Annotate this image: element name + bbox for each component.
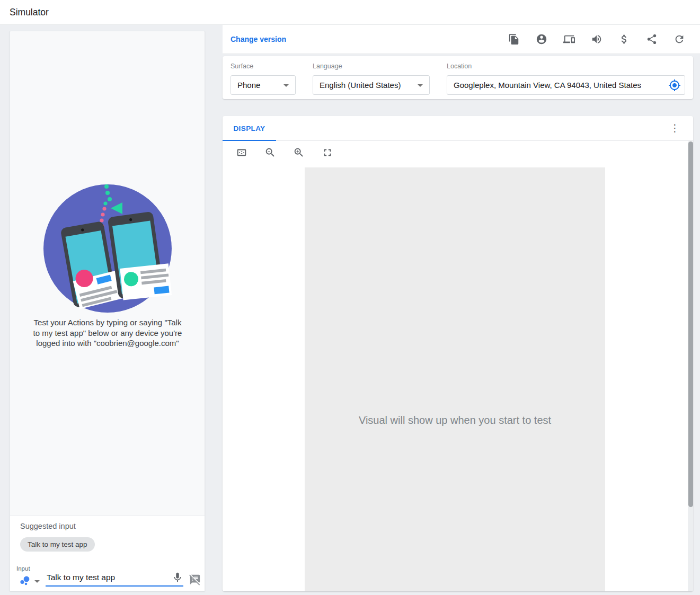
phones-illustration bbox=[38, 173, 177, 332]
caption-line: to my test app" below or any device you'… bbox=[23, 328, 192, 339]
language-value: English (United States) bbox=[320, 81, 401, 90]
language-select[interactable]: English (United States) bbox=[313, 75, 430, 95]
visual-placeholder-text: Visual will show up when you start to te… bbox=[305, 414, 605, 427]
share-icon[interactable] bbox=[646, 33, 658, 45]
location-input[interactable]: Googleplex, Mountain View, CA 94043, Uni… bbox=[447, 75, 685, 95]
more-vertical-icon[interactable]: ⋮ bbox=[670, 122, 677, 135]
fullscreen-icon[interactable] bbox=[322, 147, 333, 158]
display-zoom-tools bbox=[236, 147, 333, 158]
chevron-down-icon bbox=[283, 84, 289, 87]
input-section: Suggested input Talk to my test app Inpu… bbox=[10, 515, 205, 591]
visual-preview-panel: Visual will show up when you start to te… bbox=[305, 167, 605, 591]
tab-display[interactable]: DISPLAY bbox=[223, 116, 276, 141]
assistant-icon bbox=[19, 575, 31, 588]
language-label: Language bbox=[313, 63, 342, 70]
location-value: Googleplex, Mountain View, CA 94043, Uni… bbox=[454, 81, 641, 90]
billing-icon[interactable] bbox=[618, 33, 630, 45]
devices-icon[interactable] bbox=[563, 33, 575, 45]
my-location-icon[interactable] bbox=[668, 79, 681, 92]
surface-label: Surface bbox=[231, 63, 253, 70]
app-header: Simulator bbox=[0, 0, 700, 25]
conversation-panel: Test your Actions by typing or saying "T… bbox=[10, 31, 205, 591]
simulator-input[interactable] bbox=[46, 572, 183, 587]
change-version-link[interactable]: Change version bbox=[231, 25, 286, 54]
chevron-down-icon bbox=[418, 84, 423, 87]
toolbar-icons bbox=[508, 25, 685, 54]
mic-icon[interactable] bbox=[172, 572, 183, 583]
suggested-input-label: Suggested input bbox=[20, 522, 76, 530]
account-icon[interactable] bbox=[536, 33, 547, 45]
caption-line: logged into with "coobrien@google.com" bbox=[23, 338, 192, 349]
surface-value: Phone bbox=[237, 81, 260, 90]
suggestion-chip[interactable]: Talk to my test app bbox=[20, 537, 95, 552]
file-copy-icon[interactable] bbox=[508, 33, 520, 45]
settings-card: Surface Language Location Phone English … bbox=[223, 56, 693, 99]
input-type-caret-icon[interactable] bbox=[34, 580, 40, 583]
surface-select[interactable]: Phone bbox=[231, 75, 296, 95]
zoom-out-icon[interactable] bbox=[264, 147, 276, 158]
location-label: Location bbox=[447, 63, 472, 70]
volume-icon[interactable] bbox=[591, 33, 602, 45]
refresh-icon[interactable] bbox=[674, 33, 685, 45]
caption-line: Test your Actions by typing or saying "T… bbox=[23, 317, 192, 328]
input-label: Input bbox=[16, 565, 30, 572]
display-tab-bar: DISPLAY ⋮ bbox=[223, 116, 693, 141]
display-card: DISPLAY ⋮ Visual will show up when you s… bbox=[223, 116, 693, 591]
display-scrollbar-track[interactable] bbox=[688, 141, 693, 591]
page-title: Simulator bbox=[10, 0, 49, 24]
display-scrollbar-thumb[interactable] bbox=[688, 141, 693, 507]
zoom-in-icon[interactable] bbox=[293, 147, 305, 158]
test-instructions: Test your Actions by typing or saying "T… bbox=[23, 317, 192, 349]
version-toolbar: Change version bbox=[223, 25, 700, 54]
speaker-notes-off-icon[interactable] bbox=[189, 574, 201, 585]
fit-screen-icon[interactable] bbox=[236, 147, 247, 158]
